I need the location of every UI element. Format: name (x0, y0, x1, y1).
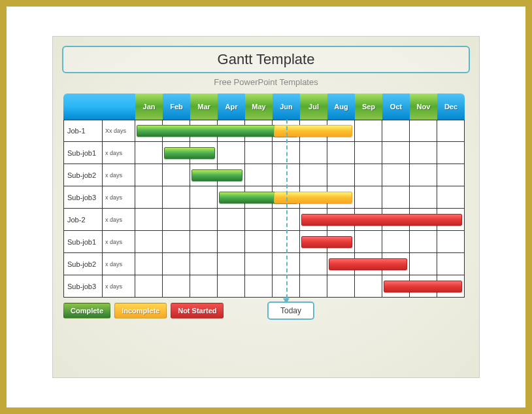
grid-cell (245, 275, 273, 298)
grid-cell (355, 164, 382, 186)
gantt-row: Sub-job2x days (63, 253, 471, 275)
grid-cell (218, 142, 245, 164)
grid-cell (300, 253, 327, 275)
gantt-bar (274, 192, 352, 203)
grid-cell (135, 186, 163, 209)
grid-cell (327, 275, 355, 298)
row-duration: x days (103, 186, 135, 209)
gantt-bar (191, 169, 242, 181)
month-feb: Feb (163, 94, 190, 120)
month-jan: Jan (135, 94, 163, 120)
grid-cell (382, 164, 410, 186)
legend-notstarted: Not Started (171, 303, 224, 319)
grid-cell (355, 275, 382, 298)
grid-cell (410, 186, 437, 209)
month-header-row: Jan Feb Mar Apr May Jun Jul Aug Sep Oct … (63, 94, 471, 120)
row-duration: x days (103, 275, 135, 298)
today-line (286, 120, 288, 298)
row-label: Job-1 (63, 120, 103, 142)
slide-subtitle: Free PowerPoint Templates (62, 77, 470, 87)
grid-cell (437, 120, 465, 142)
gantt-row: Sub-job1x days (63, 231, 471, 253)
month-nov: Nov (410, 94, 437, 120)
title-box: Gantt Template (62, 46, 470, 73)
grid-cell (437, 186, 465, 209)
legend-complete: Complete (63, 303, 110, 319)
grid-cell (245, 231, 273, 253)
grid-cell (300, 142, 327, 164)
grid-cell (437, 164, 465, 186)
gantt-row: Sub-job1x days (63, 142, 471, 164)
grid-cell (135, 164, 163, 186)
grid-cell (382, 231, 410, 253)
grid-cell (190, 275, 218, 298)
rows-container: Job-1Xx daysSub-job1x daysSub-job2x days… (63, 120, 471, 298)
grid-cell (300, 164, 327, 186)
grid-cell (410, 164, 437, 186)
grid-cell (355, 120, 382, 142)
month-jun: Jun (273, 94, 300, 120)
gantt-bar (384, 281, 462, 292)
month-jul: Jul (300, 94, 327, 120)
gantt-bar (301, 236, 352, 248)
slide: Gantt Template Free PowerPoint Templates… (52, 36, 480, 378)
legend-incomplete: Incomplete (114, 303, 167, 319)
grid-cell (410, 120, 437, 142)
gantt-row: Job-1Xx days (63, 120, 471, 142)
legend-row: Complete Incomplete Not Started Today (63, 303, 471, 319)
grid-cell (355, 142, 382, 164)
gantt-bar (164, 147, 215, 159)
grid-cell (410, 231, 437, 253)
grid-cell (245, 209, 273, 231)
row-duration: x days (103, 142, 135, 164)
month-mar: Mar (190, 94, 218, 120)
row-duration: x days (103, 164, 135, 186)
slide-title: Gantt Template (67, 51, 465, 68)
row-label: Sub-job1 (63, 142, 103, 164)
gantt-row: Sub-job3x days (63, 186, 471, 209)
grid-cell (437, 253, 465, 275)
grid-cell (327, 142, 355, 164)
gantt-row: Sub-job3x days (63, 275, 471, 298)
grid-cell (190, 253, 218, 275)
today-label: Today (267, 302, 314, 320)
grid-cell (410, 142, 437, 164)
header-spacer (63, 94, 135, 120)
grid-cell (135, 142, 163, 164)
gantt-chart: Jan Feb Mar Apr May Jun Jul Aug Sep Oct … (63, 94, 471, 319)
grid-cell (218, 231, 245, 253)
month-oct: Oct (382, 94, 410, 120)
row-label: Sub-job2 (63, 253, 103, 275)
grid-cell (190, 209, 218, 231)
grid-cell (163, 209, 190, 231)
row-duration: x days (103, 209, 135, 231)
gantt-bar (329, 258, 407, 270)
row-label: Job-2 (63, 209, 103, 231)
grid-cell (245, 164, 273, 186)
today-arrow-icon (283, 298, 290, 303)
grid-cell (437, 231, 465, 253)
gantt-row: Job-2x days (63, 209, 471, 231)
month-aug: Aug (327, 94, 355, 120)
gantt-row: Sub-job2x days (63, 164, 471, 186)
grid-cell (135, 231, 163, 253)
grid-cell (300, 275, 327, 298)
row-duration: Xx days (103, 120, 135, 142)
grid-cell (218, 275, 245, 298)
row-label: Sub-job3 (63, 275, 103, 298)
grid-cell (327, 164, 355, 186)
grid-cell (163, 231, 190, 253)
month-may: May (245, 94, 273, 120)
grid-cell (135, 209, 163, 231)
grid-cell (410, 253, 437, 275)
month-sep: Sep (355, 94, 382, 120)
month-dec: Dec (437, 94, 465, 120)
grid-cell (437, 142, 465, 164)
grid-cell (355, 231, 382, 253)
month-apr: Apr (218, 94, 245, 120)
grid-cell (382, 120, 410, 142)
grid-cell (163, 253, 190, 275)
grid-cell (218, 209, 245, 231)
row-duration: x days (103, 231, 135, 253)
grid-cell (382, 142, 410, 164)
